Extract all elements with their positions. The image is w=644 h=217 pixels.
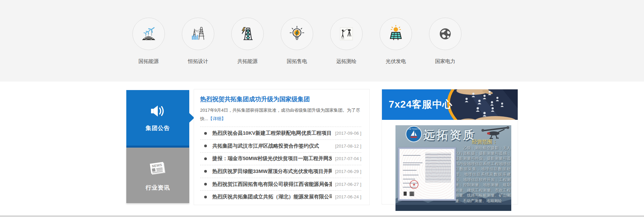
qualification-title: 远拓资质 <box>423 127 476 143</box>
service-item-yuantuo-survey[interactable]: 远拓测绘 <box>322 18 371 65</box>
news-date: [2017-08-12 ] <box>335 144 361 149</box>
bullet-icon <box>204 183 207 186</box>
tab-industry-news[interactable]: NEWS 行业资讯 <box>126 148 189 203</box>
news-title: 捷报：瑞金市50MW村级光伏扶贫项目一期工程并网发电 <box>212 155 332 162</box>
service-center-banner[interactable]: 7x24客服中心 <box>382 89 518 120</box>
speaker-icon <box>150 104 166 120</box>
news-row[interactable]: 共拓集团与武汉市江岸区战略投资合作签约仪式 [2017-08-12 ] <box>200 139 361 152</box>
scope-label: 经营范围： <box>472 139 497 145</box>
service-item-gongtuo-energy[interactable]: 共拓能源 <box>223 18 272 65</box>
news-date: [2017-07-04 ] <box>335 156 361 161</box>
announcement-news-card: 热烈祝贺共拓集团成功升级为国家级集团 2017年9月4日，共拓集团获得国家批准，… <box>194 89 370 205</box>
tab-label: 行业资讯 <box>146 184 170 192</box>
tab-label: 集团公告 <box>146 124 170 132</box>
news-date: [2017-06-24 ] <box>335 194 361 199</box>
service-label: 恒拓设计 <box>188 58 208 65</box>
news-date: [2017-09-06 ] <box>335 131 361 136</box>
headline-title[interactable]: 热烈祝贺共拓集团成功升级为国家级集团 <box>200 95 361 103</box>
sailboat-logo: GROW TOGETHER <box>406 126 422 142</box>
news-title: 共拓集团与武汉市江岸区战略投资合作签约仪式 <box>212 143 332 149</box>
newspaper-icon: NEWS <box>148 159 168 179</box>
service-item-national-power[interactable]: 国家电力 <box>421 18 470 65</box>
news-row[interactable]: 热烈庆祝罗田绿能33MW屋顶分布式光伏发电项目并网成功 [2017-06-29 … <box>200 165 361 178</box>
globe-icon <box>429 18 461 50</box>
news-title: 热烈庆祝会昌10KV新建工程荣获配电网优质工程项目 <box>212 130 332 136</box>
wind-energy-icon <box>132 18 165 50</box>
scope-text: 乙级：测绘航空摄影；无人飞行器航摄；摄影测量与遥感；摄影测量与外业，摄影测量与遥… <box>455 146 511 204</box>
service-label: 国拓能源 <box>138 58 159 65</box>
news-row[interactable]: 热烈祝贺江西国拓售电有限公司获得江西省能源局备案 [2017-06-27 ] <box>200 178 361 191</box>
service-item-hengtuo-design[interactable]: 恒拓设计 <box>173 18 223 65</box>
services-row: 国拓能源 恒拓设计 <box>124 18 470 65</box>
qualification-image[interactable]: GROW TOGETHER 远拓资质 经营范围： 乙级：测绘航空摄影；无人飞行器… <box>395 125 511 211</box>
service-label: 远拓测绘 <box>336 58 357 65</box>
news-title: 热烈庆祝罗田绿能33MW屋顶分布式光伏发电项目并网成功 <box>212 168 332 175</box>
solar-panel-icon <box>380 18 412 50</box>
news-row[interactable]: 捷报：瑞金市50MW村级光伏扶贫项目一期工程并网发电 [2017-07-04 ] <box>200 152 361 165</box>
qr-code <box>410 192 414 196</box>
top-services-section: 国拓能源 恒拓设计 <box>0 0 644 82</box>
bullet-icon <box>204 196 207 198</box>
certificate-image: ★ <box>398 148 456 200</box>
red-seal: ★ <box>410 180 418 189</box>
news-title: 热烈庆祝共拓集团成立共拓（湖北）能源发展有限公司 <box>212 194 332 200</box>
service-item-guotuo-power-sale[interactable]: 国拓售电 <box>272 18 322 65</box>
news-row[interactable]: 热烈庆祝共拓集团成立共拓（湖北）能源发展有限公司 [2017-06-24 ] <box>200 190 361 203</box>
bullet-icon <box>204 157 207 160</box>
footer-strip <box>0 215 644 217</box>
news-list: 热烈庆祝会昌10KV新建工程荣获配电网优质工程项目 [2017-09-06 ] … <box>200 127 361 203</box>
bullet-icon <box>204 145 207 147</box>
electric-bulb-icon <box>281 18 313 50</box>
news-date: [2017-06-27 ] <box>335 182 361 187</box>
bullet-icon <box>204 170 207 173</box>
right-sidebar-card: 7x24客服中心 GROW TOGETHER 远拓资质 <box>382 89 518 204</box>
stamp-square <box>404 192 407 196</box>
service-item-guotuo-energy[interactable]: 国拓能源 <box>124 18 173 65</box>
service-label: 共拓能源 <box>237 58 258 65</box>
transmission-tower-icon <box>231 18 264 50</box>
news-tabs-column: 集团公告 NEWS 行业资讯 <box>126 90 189 203</box>
service-label: 光伏发电 <box>386 58 406 65</box>
service-label: 国家电力 <box>435 58 455 65</box>
headline-excerpt: 2017年9月4日，共拓集团获得国家批准，成功由省级集团升级为国家集团。为了尽快… <box>200 106 361 123</box>
service-item-pv-power[interactable]: 光伏发电 <box>371 18 421 65</box>
news-date: [2017-06-29 ] <box>335 169 361 174</box>
survey-icon <box>330 18 363 50</box>
tab-group-announcement[interactable]: 集团公告 <box>126 90 189 146</box>
service-center-title: 7x24客服中心 <box>389 98 453 111</box>
service-label: 国拓售电 <box>287 58 307 65</box>
more-link[interactable]: 【详细】 <box>208 116 226 121</box>
bullet-icon <box>204 132 207 135</box>
power-design-icon <box>182 18 214 50</box>
news-title: 热烈祝贺江西国拓售电有限公司获得江西省能源局备案 <box>212 181 332 188</box>
news-row[interactable]: 热烈庆祝会昌10KV新建工程荣获配电网优质工程项目 [2017-09-06 ] <box>200 127 361 139</box>
